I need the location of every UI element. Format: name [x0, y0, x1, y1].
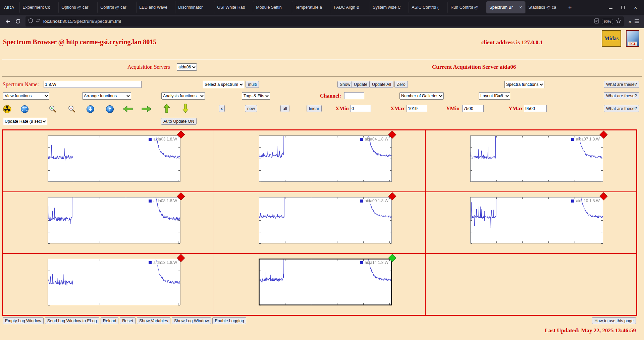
arrow-up-icon[interactable]: [162, 103, 172, 113]
channel-input[interactable]: [344, 92, 364, 99]
xmax-input[interactable]: [407, 105, 427, 112]
zoom-in-icon[interactable]: [48, 104, 58, 114]
url-bar[interactable]: localhost:8015/Spectrum/Spectrum.tml 90%: [25, 16, 624, 26]
spectrum-chart[interactable]: aida09 1.8.W: [244, 194, 395, 251]
gallery-cell: aida14 1.8.W: [214, 253, 425, 315]
spectrum-chart[interactable]: aida13 1.8.W: [33, 256, 184, 313]
zoom-level-badge[interactable]: 90%: [602, 19, 613, 24]
zero-button[interactable]: Zero: [394, 81, 408, 88]
tab-close-icon[interactable]: ×: [519, 5, 523, 10]
back-icon[interactable]: [3, 16, 13, 26]
tags-fits-select[interactable]: Tags & Fits: [242, 92, 270, 100]
layout-id-select[interactable]: Layout ID=8: [479, 92, 510, 100]
tab-label: Temperature a: [295, 5, 328, 10]
arrow-right-icon[interactable]: [142, 104, 152, 114]
browser-tab[interactable]: Options @ car: [58, 1, 97, 13]
browser-tab[interactable]: Statistics @ ca: [525, 1, 564, 13]
radiation-icon[interactable]: [2, 104, 12, 114]
spectrum-chart[interactable]: aida14 1.8.W: [244, 256, 395, 313]
divider: [2, 59, 642, 60]
new-tab-button[interactable]: +: [565, 2, 575, 12]
show-button[interactable]: Show: [337, 81, 353, 88]
arrow-down-icon[interactable]: [180, 103, 191, 113]
browser-tab[interactable]: Run Control @: [447, 1, 486, 13]
shield-icon[interactable]: [28, 18, 33, 24]
update-button[interactable]: Update: [352, 81, 370, 88]
analysis-functions-select[interactable]: Analysis functions: [161, 92, 205, 100]
midas-logo[interactable]: Midas: [602, 30, 621, 47]
what-are-these-button[interactable]: What are these?: [604, 105, 639, 112]
all-button[interactable]: all: [280, 105, 289, 112]
multi-button[interactable]: multi: [246, 81, 259, 88]
reload-icon[interactable]: [13, 16, 23, 26]
sphere-up-icon[interactable]: [105, 104, 115, 114]
spectrum-chart[interactable]: aida03 1.8.W: [33, 133, 184, 190]
update-all-button[interactable]: Update All: [370, 81, 393, 88]
tab-label: GSI White Rab: [217, 5, 250, 10]
linear-button[interactable]: linear: [307, 105, 322, 112]
xmax-label: XMax: [390, 106, 405, 112]
how-to-use-button[interactable]: How to use this page: [592, 317, 636, 324]
browser-tab[interactable]: Control @ car: [97, 1, 136, 13]
spectrum-chart[interactable]: aida04 1.8.W: [244, 133, 395, 190]
footer-log-button[interactable]: Empty Log Window: [3, 317, 44, 324]
current-acquisition-server: Current Acquisition Server aida06: [432, 64, 516, 70]
new-button[interactable]: new: [245, 105, 257, 112]
spectrum-chart[interactable]: aida07 1.8.W: [455, 133, 606, 190]
footer-log-button[interactable]: Show Log Window: [172, 317, 211, 324]
what-are-these-button[interactable]: What are these?: [604, 81, 639, 88]
spectrum-chart[interactable]: aida08 1.8.W: [33, 194, 184, 251]
footer-log-button[interactable]: Show Variables: [137, 317, 170, 324]
zoom-out-icon[interactable]: [67, 104, 77, 114]
sphere-down-icon[interactable]: [85, 104, 95, 114]
browser-tab[interactable]: Temperature a: [292, 1, 331, 13]
browser-window: AIDA Experiment Co Options @ car Control…: [0, 0, 644, 340]
xmin-input[interactable]: [350, 105, 371, 112]
select-a-spectrum[interactable]: Select a spectrum: [203, 81, 244, 88]
legend-swatch: [149, 200, 152, 203]
browser-tab[interactable]: LED and Wave: [136, 1, 175, 13]
overflow-chevron-icon[interactable]: »: [629, 18, 631, 24]
footer-log-button[interactable]: Enable Logging: [212, 317, 246, 324]
browser-tab[interactable]: GSI White Rab: [214, 1, 253, 13]
spectrum-chart[interactable]: aida10 1.8.W: [455, 194, 606, 251]
auto-update-button[interactable]: Auto Update ON: [161, 118, 197, 125]
log-button-row: Empty Log WindowSend Log Window to ELogR…: [3, 317, 246, 324]
browser-tab[interactable]: Experiment Co: [19, 1, 58, 13]
browser-tab[interactable]: System wide C: [370, 1, 409, 13]
spectrum-name-input[interactable]: [44, 81, 142, 88]
globe-icon[interactable]: [19, 104, 30, 114]
reader-mode-icon[interactable]: [594, 18, 599, 24]
acquisition-server-select[interactable]: aida06: [177, 63, 197, 71]
update-rate-row: Update Rate (8 secs) Auto Update ON: [0, 117, 644, 127]
browser-tab[interactable]: Discriminator: [175, 1, 214, 13]
functions-row: View functions Arrange functions Analysi…: [0, 92, 644, 102]
number-of-galleries-select[interactable]: Number of Galleries: [399, 92, 444, 100]
bookmark-star-icon[interactable]: [616, 18, 621, 24]
x-button[interactable]: x: [219, 105, 225, 112]
tcl-logo[interactable]: TCL: [626, 30, 639, 47]
toolbar-row: x new all linear XMin XMax YMin YMax Wha…: [0, 103, 644, 115]
menu-icon[interactable]: [635, 19, 639, 23]
what-are-these-button[interactable]: What are these?: [604, 92, 639, 99]
legend-swatch: [571, 200, 574, 203]
site-info-icon[interactable]: [36, 18, 41, 24]
update-rate-select[interactable]: Update Rate (8 secs): [3, 118, 47, 125]
browser-tab[interactable]: ASIC Control (: [409, 1, 447, 13]
maximize-button[interactable]: [621, 6, 625, 9]
minimize-button[interactable]: [609, 6, 612, 9]
browser-tab[interactable]: FADC Align &: [331, 1, 370, 13]
close-button[interactable]: ×: [633, 5, 638, 10]
browser-tab[interactable]: Spectrum Br ×: [486, 1, 525, 13]
arrange-functions-select[interactable]: Arrange functions: [82, 92, 131, 100]
footer-log-button[interactable]: Send Log Window to ELog: [45, 317, 99, 324]
ymin-input[interactable]: [462, 105, 484, 112]
tab-label: System wide C: [373, 5, 406, 10]
view-functions-select[interactable]: View functions: [3, 92, 49, 100]
arrow-left-icon[interactable]: [123, 104, 133, 114]
spectra-functions-select[interactable]: Spectra functions: [504, 81, 544, 88]
browser-tab[interactable]: Module Settin: [253, 1, 292, 13]
ymax-input[interactable]: [524, 105, 547, 112]
footer-log-button[interactable]: Reload: [101, 317, 119, 324]
footer-log-button[interactable]: Reset: [120, 317, 136, 324]
